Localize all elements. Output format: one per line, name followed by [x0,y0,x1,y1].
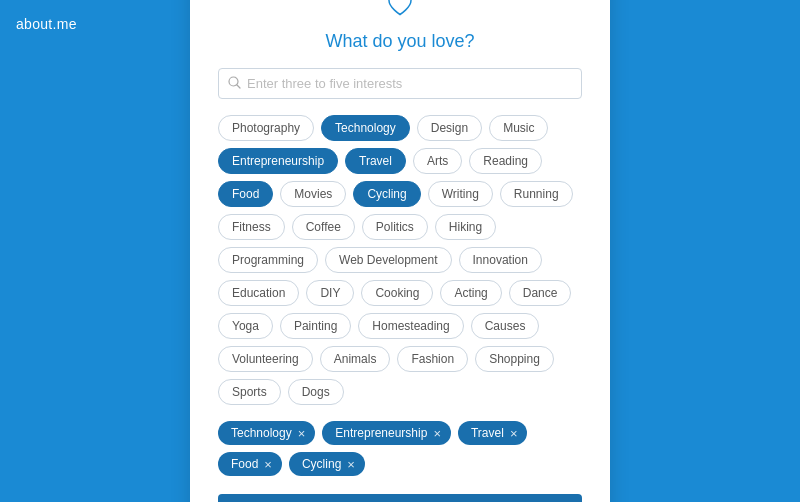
selected-tags-area: Technology×Entrepreneurship×Travel×Food×… [218,421,582,476]
selected-chip: Technology× [218,421,315,445]
chip-label: Travel [471,426,504,440]
tag-item[interactable]: Animals [320,346,391,372]
chip-label: Technology [231,426,292,440]
tag-item[interactable]: Arts [413,148,462,174]
tag-item[interactable]: Cycling [353,181,420,207]
main-card: What do you love? PhotographyTechnologyD… [190,0,610,502]
tag-item[interactable]: Entrepreneurship [218,148,338,174]
tag-item[interactable]: Fashion [397,346,468,372]
heart-icon [218,0,582,23]
tag-item[interactable]: Dogs [288,379,344,405]
tag-item[interactable]: Innovation [459,247,542,273]
tag-item[interactable]: Web Development [325,247,452,273]
selected-chip: Travel× [458,421,528,445]
chip-remove-button[interactable]: × [264,458,272,471]
tag-item[interactable]: Shopping [475,346,554,372]
tag-item[interactable]: Causes [471,313,540,339]
chip-remove-button[interactable]: × [298,427,306,440]
next-button[interactable]: Next › [218,494,582,502]
tag-item[interactable]: Dance [509,280,572,306]
tag-item[interactable]: Yoga [218,313,273,339]
tag-item[interactable]: Running [500,181,573,207]
tag-item[interactable]: Hiking [435,214,496,240]
chip-label: Entrepreneurship [335,426,427,440]
tag-item[interactable]: Volunteering [218,346,313,372]
search-input[interactable] [218,68,582,99]
selected-chip: Food× [218,452,282,476]
tags-area: PhotographyTechnologyDesignMusicEntrepre… [218,115,582,405]
chip-label: Food [231,457,258,471]
tag-item[interactable]: DIY [306,280,354,306]
chip-remove-button[interactable]: × [510,427,518,440]
tag-item[interactable]: Sports [218,379,281,405]
tag-item[interactable]: Writing [428,181,493,207]
tag-item[interactable]: Cooking [361,280,433,306]
tag-item[interactable]: Homesteading [358,313,463,339]
selected-chip: Entrepreneurship× [322,421,451,445]
tag-item[interactable]: Coffee [292,214,355,240]
tag-item[interactable]: Travel [345,148,406,174]
chip-remove-button[interactable]: × [433,427,441,440]
chip-label: Cycling [302,457,341,471]
tag-item[interactable]: Photography [218,115,314,141]
tag-item[interactable]: Acting [440,280,501,306]
search-icon [228,76,241,92]
svg-line-1 [237,85,240,88]
tag-item[interactable]: Design [417,115,482,141]
tag-item[interactable]: Education [218,280,299,306]
tag-item[interactable]: Reading [469,148,542,174]
tag-item[interactable]: Politics [362,214,428,240]
chip-remove-button[interactable]: × [347,458,355,471]
tag-item[interactable]: Food [218,181,273,207]
search-container [218,68,582,99]
tag-item[interactable]: Movies [280,181,346,207]
tag-item[interactable]: Music [489,115,548,141]
selected-chip: Cycling× [289,452,365,476]
tag-item[interactable]: Painting [280,313,351,339]
tag-item[interactable]: Technology [321,115,410,141]
tag-item[interactable]: Fitness [218,214,285,240]
page-title: What do you love? [218,31,582,52]
tag-item[interactable]: Programming [218,247,318,273]
app-logo: about.me [16,16,77,32]
